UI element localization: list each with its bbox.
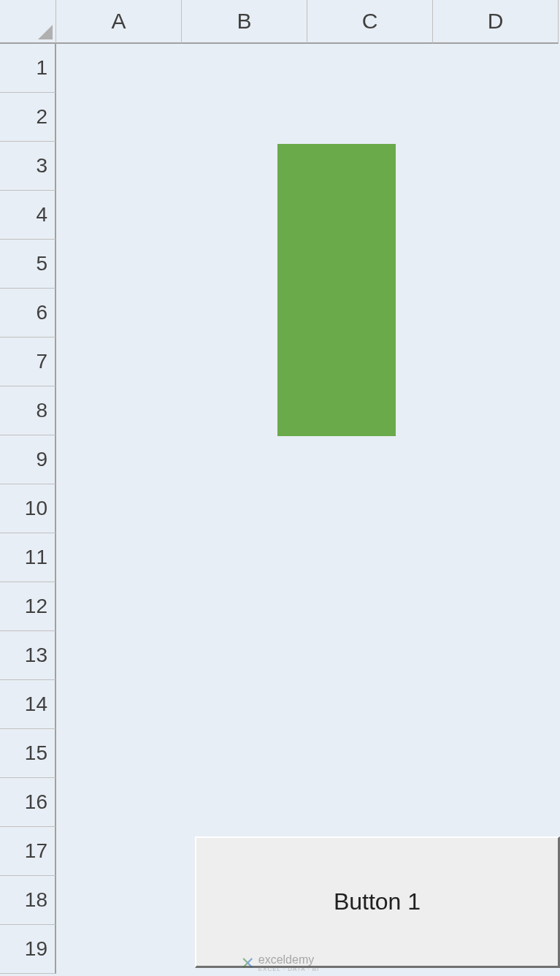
row-header-10[interactable]: 10 [0,484,56,533]
select-all-corner[interactable] [0,0,56,44]
watermark-text-group: exceldemy EXCEL · DATA · BI [258,953,320,972]
column-header-a[interactable]: A [56,0,182,44]
row-header-14[interactable]: 14 [0,680,56,729]
rectangle-shape[interactable] [277,144,396,436]
row-header-8[interactable]: 8 [0,386,56,435]
watermark: exceldemy EXCEL · DATA · BI [241,953,320,972]
row-header-4[interactable]: 4 [0,191,56,240]
row-header-12[interactable]: 12 [0,582,56,631]
watermark-logo-icon [241,956,254,969]
row-header-5[interactable]: 5 [0,240,56,289]
column-header-c[interactable]: C [307,0,433,44]
column-header-b[interactable]: B [182,0,307,44]
row-header-17[interactable]: 17 [0,827,56,876]
row-header-19[interactable]: 19 [0,925,56,974]
row-header-18[interactable]: 18 [0,876,56,925]
row-header-11[interactable]: 11 [0,533,56,582]
column-headers: A B C D [56,0,559,44]
row-header-16[interactable]: 16 [0,778,56,827]
select-all-triangle-icon [38,25,53,39]
macro-button-1[interactable]: Button 1 [195,836,560,968]
row-header-15[interactable]: 15 [0,729,56,778]
row-header-7[interactable]: 7 [0,338,56,386]
row-header-6[interactable]: 6 [0,289,56,338]
watermark-brand: exceldemy [258,953,320,967]
watermark-tagline: EXCEL · DATA · BI [258,967,320,972]
row-header-9[interactable]: 9 [0,435,56,484]
row-header-13[interactable]: 13 [0,631,56,680]
row-headers: 1 2 3 4 5 6 7 8 9 10 11 12 13 14 15 16 1… [0,44,56,974]
column-header-d[interactable]: D [433,0,559,44]
row-header-3[interactable]: 3 [0,142,56,191]
row-header-1[interactable]: 1 [0,44,56,93]
row-header-2[interactable]: 2 [0,93,56,142]
